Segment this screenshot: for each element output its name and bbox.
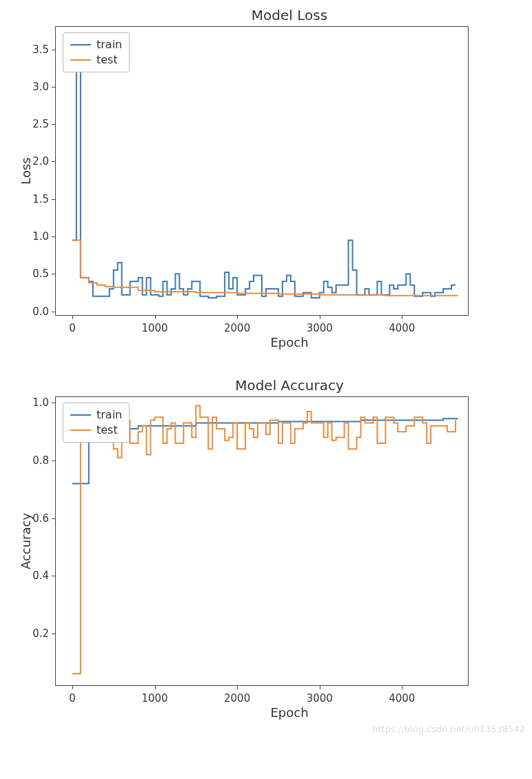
legend-line-icon [70, 429, 91, 431]
series-train [72, 34, 456, 298]
legend-line-icon [70, 59, 91, 61]
legend-label-train: train [96, 407, 122, 423]
legend-test: test [70, 423, 122, 438]
legend-label-test: test [96, 52, 118, 68]
accuracy-chart: Accuracy train test 0.20.40.60.81.001000… [55, 396, 469, 686]
chart2-legend: train test [63, 403, 130, 443]
loss-chart: Loss train test 0.00.51.01.52.02.53.03.5… [55, 26, 469, 316]
chart2-xlabel: Epoch [55, 705, 524, 720]
watermark: https://blog.csdn.net/u013538542 [7, 724, 532, 734]
legend-train: train [70, 407, 122, 423]
chart1-ylabel: Loss [19, 157, 33, 184]
legend-line-icon [70, 44, 91, 45]
series-test [72, 240, 458, 295]
chart1-xlabel: Epoch [55, 335, 524, 350]
chart2-ylabel: Accuracy [19, 513, 33, 569]
chart1-title: Model Loss [55, 7, 524, 23]
legend-label-train: train [96, 37, 122, 52]
legend-line-icon [70, 414, 91, 416]
chart1-legend: train test [63, 32, 130, 72]
legend-label-test: test [96, 423, 118, 438]
legend-test: test [70, 52, 122, 68]
legend-train: train [70, 37, 122, 52]
chart2-title: Model Accuracy [55, 377, 524, 394]
series-test [72, 406, 456, 674]
